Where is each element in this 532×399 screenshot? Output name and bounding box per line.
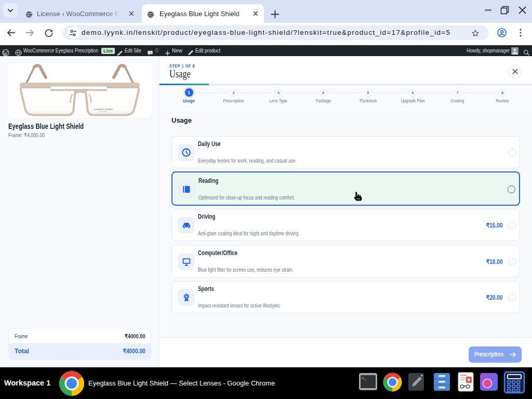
svg-text:>_: >_ [362,376,366,380]
svg-text:blue shield: blue shield [100,111,107,113]
